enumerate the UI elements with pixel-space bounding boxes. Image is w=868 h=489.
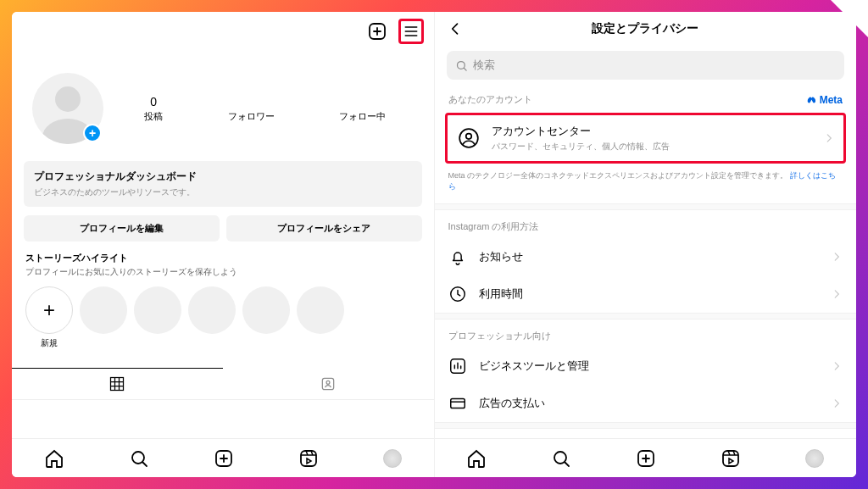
row-business-tools[interactable]: ビジネスツールと管理 bbox=[435, 347, 857, 385]
stat-posts[interactable]: 0 投稿 bbox=[144, 95, 163, 123]
bell-icon bbox=[448, 247, 467, 266]
add-story-icon: + bbox=[83, 124, 102, 142]
profile-screen: + 0 投稿 フォロワー フォロー中 プロフェッショナルダッシュボード ビジ bbox=[12, 12, 434, 477]
home-icon bbox=[466, 448, 487, 469]
svg-rect-6 bbox=[301, 451, 316, 466]
search-icon bbox=[551, 448, 571, 469]
svg-point-3 bbox=[326, 381, 330, 384]
chevron-right-icon bbox=[831, 288, 843, 300]
account-icon bbox=[456, 125, 481, 151]
chevron-right-icon bbox=[823, 132, 835, 144]
chart-icon bbox=[448, 357, 467, 375]
chevron-right-icon bbox=[831, 397, 843, 409]
grid-icon bbox=[108, 375, 125, 392]
bottom-nav bbox=[12, 438, 434, 477]
back-button[interactable] bbox=[447, 20, 464, 37]
row-time-spent[interactable]: 利用時間 bbox=[435, 275, 857, 313]
nav-create[interactable] bbox=[214, 448, 234, 469]
home-icon bbox=[44, 448, 64, 469]
highlights-sub: プロフィールにお気に入りのストーリーズを保存しよう bbox=[25, 266, 420, 278]
reels-icon bbox=[298, 448, 319, 469]
search-icon bbox=[129, 448, 149, 469]
nav-search[interactable] bbox=[551, 448, 571, 469]
svg-point-8 bbox=[459, 129, 478, 147]
section-usage: Instagram の利用方法 bbox=[448, 220, 843, 233]
account-center-row[interactable]: アカウントセンター パスワード、セキュリティ、個人の情報、広告 bbox=[445, 113, 847, 164]
nav-reels[interactable] bbox=[721, 448, 741, 469]
plus-square-icon bbox=[636, 448, 656, 469]
stat-followers[interactable]: フォロワー bbox=[228, 95, 275, 123]
plus-square-icon bbox=[367, 21, 387, 42]
avatar[interactable]: + bbox=[32, 73, 103, 144]
highlight-new[interactable]: + 新規 bbox=[25, 286, 73, 349]
card-icon bbox=[448, 394, 467, 413]
edit-profile-button[interactable]: プロフィールを編集 bbox=[24, 215, 220, 242]
section-account: あなたのアカウント bbox=[448, 93, 532, 106]
reels-icon bbox=[721, 448, 741, 469]
nav-profile[interactable] bbox=[383, 449, 402, 468]
highlight-placeholder bbox=[134, 286, 181, 334]
highlight-placeholder bbox=[80, 286, 127, 334]
plus-square-icon bbox=[214, 448, 234, 469]
nav-profile[interactable] bbox=[805, 449, 824, 468]
meta-logo: Meta bbox=[806, 94, 843, 106]
nav-home[interactable] bbox=[44, 448, 64, 469]
settings-screen: 設定とプライバシー 検索 あなたのアカウント Meta アカウントセンター パス… bbox=[434, 12, 857, 477]
share-profile-button[interactable]: プロフィールをシェア bbox=[226, 215, 422, 242]
search-icon bbox=[455, 59, 468, 72]
section-professional: プロフェッショナル向け bbox=[448, 330, 843, 342]
profile-avatar-icon bbox=[805, 449, 824, 468]
create-button[interactable] bbox=[364, 19, 390, 44]
highlight-placeholder bbox=[297, 286, 344, 334]
bottom-nav bbox=[435, 438, 857, 477]
highlight-placeholder bbox=[188, 286, 236, 334]
search-input[interactable]: 検索 bbox=[447, 51, 845, 80]
svg-point-9 bbox=[465, 134, 471, 140]
svg-rect-15 bbox=[723, 451, 738, 466]
svg-rect-1 bbox=[111, 378, 124, 391]
highlights-title: ストーリーズハイライト bbox=[25, 252, 420, 264]
nav-reels[interactable] bbox=[298, 448, 319, 469]
tab-tagged[interactable] bbox=[223, 368, 434, 399]
menu-button[interactable] bbox=[398, 19, 424, 44]
person-tag-icon bbox=[320, 375, 337, 392]
nav-home[interactable] bbox=[466, 448, 487, 469]
plus-icon: + bbox=[25, 286, 73, 334]
row-notifications[interactable]: お知らせ bbox=[435, 238, 857, 275]
professional-dashboard[interactable]: プロフェッショナルダッシュボード ビジネスのためのツールやリソースです。 bbox=[24, 161, 422, 207]
meta-note: Meta のテクノロジー全体のコネクテッドエクスペリエンスおよびアカウント設定を… bbox=[448, 170, 843, 192]
tab-grid[interactable] bbox=[12, 368, 223, 399]
svg-rect-12 bbox=[450, 399, 465, 408]
row-ad-payments[interactable]: 広告の支払い bbox=[435, 385, 857, 422]
nav-search[interactable] bbox=[129, 448, 149, 469]
hamburger-icon bbox=[403, 22, 420, 41]
page-title: 設定とプライバシー bbox=[592, 21, 698, 36]
chevron-right-icon bbox=[831, 360, 843, 372]
chevron-right-icon bbox=[831, 251, 843, 263]
nav-create[interactable] bbox=[636, 448, 656, 469]
clock-icon bbox=[448, 285, 467, 303]
highlight-placeholder bbox=[242, 286, 290, 334]
chevron-left-icon bbox=[447, 20, 464, 37]
meta-icon bbox=[806, 94, 818, 106]
profile-avatar-icon bbox=[383, 449, 402, 468]
stat-following[interactable]: フォロー中 bbox=[339, 95, 386, 123]
